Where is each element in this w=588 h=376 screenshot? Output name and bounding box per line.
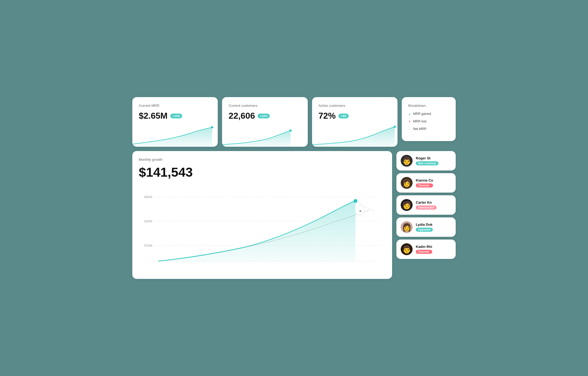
activity-name-kadin: Kadin Rhi	[416, 245, 432, 249]
svg-text:$300k: $300k	[144, 195, 153, 199]
svg-point-1	[289, 129, 292, 132]
svg-point-10	[354, 199, 357, 203]
sparkline-customers	[222, 125, 307, 147]
breakdown-title: Breakdown	[408, 104, 449, 108]
svg-text:$100k: $100k	[144, 244, 153, 247]
arrow-down-icon: ▼	[408, 120, 411, 123]
activity-item-kadin[interactable]: 👨 Kadin Rhi Churned	[396, 240, 456, 259]
activity-info-kadin: Kadin Rhi Churned	[416, 245, 432, 254]
metric-value-mrr: $2.65M	[139, 111, 168, 121]
sparkline-mrr	[132, 125, 218, 147]
activity-badge-lydia: Upgraded	[416, 228, 433, 232]
metric-label-customers: Current customers	[229, 104, 301, 108]
activity-info-carter: Carter Ko Downgraded	[416, 200, 437, 210]
metric-badge-mrr: +14%	[170, 114, 182, 118]
svg-text:$200k: $200k	[144, 220, 153, 223]
flag-marker[interactable]: ⚑	[357, 208, 364, 215]
activity-item-lydia[interactable]: 👩 Lydia Dok Upgraded	[396, 217, 456, 237]
activity-item-roger[interactable]: 👨 Roger St New customer	[396, 151, 456, 170]
avatar-lydia: 👩	[401, 221, 413, 233]
breakdown-item-net: — Net MRR	[408, 127, 449, 131]
breakdown-card: Breakdown ▲ MRR gained ▼ MRR lost — Net …	[402, 97, 456, 141]
activity-badge-carter: Downgraded	[416, 206, 437, 210]
metric-card-active: Active customers 72% +4%	[312, 97, 397, 147]
activity-panel: 👨 Roger St New customer 👩 Kianna Cu Chur…	[396, 151, 456, 259]
activity-badge-roger: New customer	[416, 161, 438, 165]
arrow-up-icon: ▲	[408, 112, 411, 115]
dashboard: Current MRR $2.65M +14%	[132, 97, 456, 279]
metric-value-active: 72%	[319, 111, 336, 121]
sparkline-active	[312, 125, 397, 147]
metric-badge-customers: +12%	[258, 114, 269, 118]
top-row: Current MRR $2.65M +14%	[132, 97, 456, 147]
activity-item-kianna[interactable]: 👩 Kianna Cu Churned	[396, 173, 456, 193]
metric-value-customers: 22,606	[229, 111, 255, 121]
activity-badge-kianna: Churned	[416, 183, 433, 187]
breakdown-label-lost: MRR lost	[413, 119, 426, 123]
activity-info-lydia: Lydia Dok Upgraded	[416, 223, 433, 232]
metric-value-row-customers: 22,606 +12%	[229, 111, 301, 121]
activity-name-kianna: Kianna Cu	[416, 178, 433, 182]
metric-value-row-active: 72% +4%	[319, 111, 391, 121]
activity-item-carter[interactable]: 🧑 Carter Ko Downgraded	[396, 195, 456, 215]
svg-point-2	[393, 126, 396, 128]
metric-label-mrr: Current MRR	[139, 104, 211, 108]
metric-label-active: Active customers	[319, 104, 391, 108]
breakdown-item-lost: ▼ MRR lost	[408, 119, 449, 123]
breakdown-label-gained: MRR gained	[413, 112, 431, 116]
avatar-roger: 👨	[401, 155, 413, 167]
breakdown-item-gained: ▲ MRR gained	[408, 112, 449, 116]
activity-name-lydia: Lydia Dok	[416, 223, 433, 227]
metric-card-mrr: Current MRR $2.65M +14%	[132, 97, 218, 147]
activity-badge-kadin: Churned	[416, 250, 432, 254]
metric-badge-active: +4%	[338, 114, 349, 118]
breakdown-label-net: Net MRR	[413, 127, 426, 131]
activity-name-roger: Roger St	[416, 156, 438, 160]
growth-card: Monthly growth $141,543	[132, 151, 392, 279]
activity-info-roger: Roger St New customer	[416, 156, 438, 165]
activity-name-carter: Carter Ko	[416, 200, 437, 204]
avatar-carter: 🧑	[401, 199, 413, 211]
growth-label: Monthly growth	[139, 158, 386, 162]
avatar-kianna: 👩	[401, 177, 413, 189]
activity-info-kianna: Kianna Cu Churned	[416, 178, 433, 187]
avatar-kadin: 👨	[401, 243, 413, 255]
net-icon: —	[408, 128, 411, 130]
svg-point-0	[211, 126, 213, 128]
metric-card-customers: Current customers 22,606 +12%	[222, 97, 307, 147]
main-row: Monthly growth $141,543	[132, 151, 456, 279]
growth-chart: $300k $200k $100k ⚑	[139, 186, 386, 272]
metric-value-row-mrr: $2.65M +14%	[139, 111, 211, 121]
growth-value: $141,543	[139, 165, 386, 180]
